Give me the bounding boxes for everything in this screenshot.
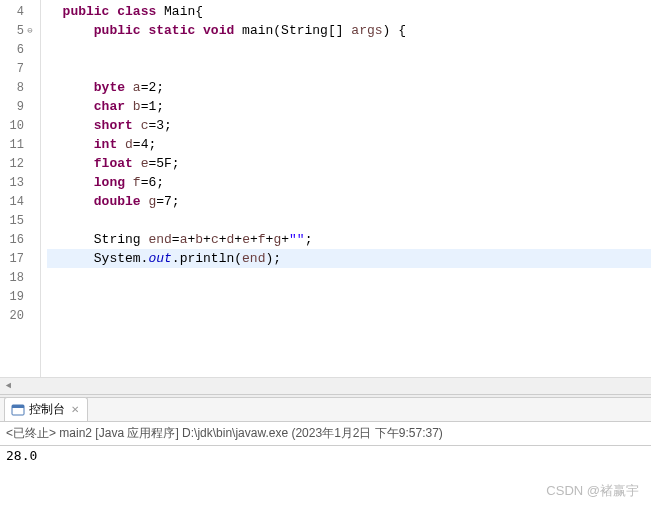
token — [156, 4, 164, 19]
token: =1; — [141, 99, 164, 114]
console-tabs: 控制台 ✕ — [0, 398, 651, 422]
line-number: 20 — [2, 309, 24, 323]
token: long — [94, 175, 125, 190]
console-tab-label: 控制台 — [29, 401, 65, 418]
token: end — [148, 232, 171, 247]
code-line[interactable]: long f=6; — [47, 173, 651, 192]
line-number: 14 — [2, 195, 24, 209]
svg-rect-1 — [12, 405, 24, 408]
token: main — [242, 23, 273, 38]
token: { — [195, 4, 203, 19]
token: a — [133, 80, 141, 95]
line-number: 15 — [2, 214, 24, 228]
token — [47, 80, 94, 95]
token: public — [63, 4, 110, 19]
token — [47, 118, 94, 133]
token: ) { — [383, 23, 406, 38]
console-output[interactable]: 28.0 — [0, 446, 651, 506]
gutter: 45⊖67891011121314151617181920 — [0, 0, 41, 377]
token: out — [148, 251, 171, 266]
token — [47, 23, 94, 38]
code-line[interactable] — [47, 40, 651, 59]
console-pane: 控制台 ✕ <已终止> main2 [Java 应用程序] D:\jdk\bin… — [0, 398, 651, 506]
token — [125, 99, 133, 114]
gutter-row: 18 — [0, 268, 40, 287]
code-line[interactable] — [47, 211, 651, 230]
line-number: 7 — [2, 62, 24, 76]
token: d — [125, 137, 133, 152]
code-area[interactable]: public class Main{ public static void ma… — [41, 0, 651, 377]
token — [47, 99, 94, 114]
token — [195, 23, 203, 38]
line-number: 5 — [2, 24, 24, 38]
line-number: 19 — [2, 290, 24, 304]
line-number: 10 — [2, 119, 24, 133]
token: args — [351, 23, 382, 38]
horizontal-scrollbar[interactable]: ◄ — [0, 377, 651, 394]
line-number: 17 — [2, 252, 24, 266]
token — [125, 80, 133, 95]
token: char — [94, 99, 125, 114]
token — [47, 194, 94, 209]
token: (String[] — [273, 23, 351, 38]
token: =7; — [156, 194, 179, 209]
token: byte — [94, 80, 125, 95]
gutter-row: 20 — [0, 306, 40, 325]
gutter-row: 16 — [0, 230, 40, 249]
token: double — [94, 194, 141, 209]
gutter-row: 9 — [0, 97, 40, 116]
token: public — [94, 23, 141, 38]
token: e — [242, 232, 250, 247]
code-line[interactable] — [47, 59, 651, 78]
token — [133, 156, 141, 171]
gutter-row: 14 — [0, 192, 40, 211]
token: =3; — [148, 118, 171, 133]
close-icon[interactable]: ✕ — [71, 404, 79, 415]
code-line[interactable]: byte a=2; — [47, 78, 651, 97]
code-line[interactable] — [47, 306, 651, 325]
gutter-row: 12 — [0, 154, 40, 173]
line-number: 16 — [2, 233, 24, 247]
token: f — [258, 232, 266, 247]
code-line[interactable]: short c=3; — [47, 116, 651, 135]
code-line[interactable]: String end=a+b+c+d+e+f+g+""; — [47, 230, 651, 249]
gutter-row: 10 — [0, 116, 40, 135]
token: class — [117, 4, 156, 19]
code-line[interactable] — [47, 268, 651, 287]
line-number: 13 — [2, 176, 24, 190]
fold-icon[interactable]: ⊖ — [24, 25, 36, 36]
code-line[interactable]: float e=5F; — [47, 154, 651, 173]
token: + — [281, 232, 289, 247]
token: + — [203, 232, 211, 247]
console-tab[interactable]: 控制台 ✕ — [4, 397, 88, 421]
token: b — [133, 99, 141, 114]
token: void — [203, 23, 234, 38]
code-line[interactable]: public static void main(String[] args) { — [47, 21, 651, 40]
token: int — [94, 137, 117, 152]
token: System. — [47, 251, 148, 266]
token: f — [133, 175, 141, 190]
token: "" — [289, 232, 305, 247]
gutter-row: 8 — [0, 78, 40, 97]
token: .println( — [172, 251, 242, 266]
gutter-row: 15 — [0, 211, 40, 230]
token — [133, 118, 141, 133]
code-line[interactable]: char b=1; — [47, 97, 651, 116]
code-line[interactable] — [47, 287, 651, 306]
line-number: 4 — [2, 5, 24, 19]
token: =5F; — [148, 156, 179, 171]
gutter-row: 4 — [0, 2, 40, 21]
code-line[interactable]: System.out.println(end); — [47, 249, 651, 268]
code-line[interactable]: public class Main{ — [47, 2, 651, 21]
code-line[interactable]: double g=7; — [47, 192, 651, 211]
code-line[interactable]: int d=4; — [47, 135, 651, 154]
token: short — [94, 118, 133, 133]
gutter-row: 7 — [0, 59, 40, 78]
gutter-row: 11 — [0, 135, 40, 154]
token — [47, 156, 94, 171]
line-number: 18 — [2, 271, 24, 285]
token: ; — [305, 232, 313, 247]
scroll-left-icon[interactable]: ◄ — [0, 378, 17, 395]
token — [234, 23, 242, 38]
token: end — [242, 251, 265, 266]
